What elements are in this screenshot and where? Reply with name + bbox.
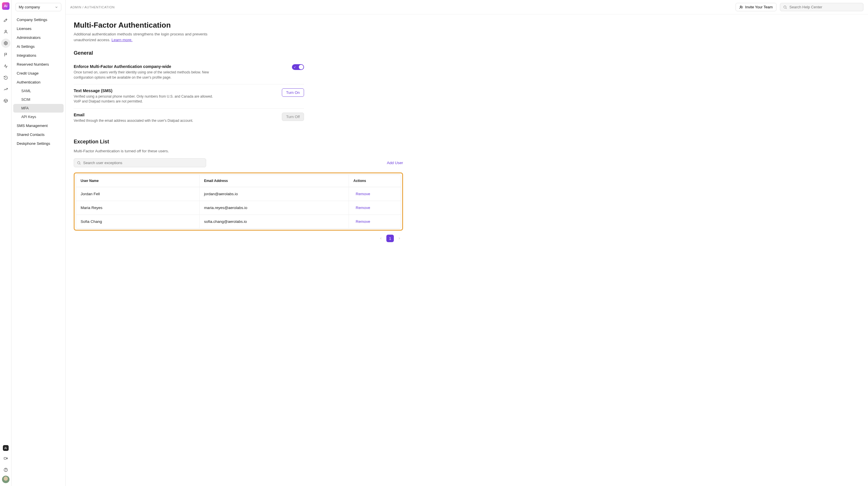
cell-email: sofia.chang@aerolabs.io — [199, 215, 349, 228]
video-icon[interactable] — [1, 454, 10, 463]
sms-desc: Verified using a personal phone number. … — [74, 94, 218, 104]
history-icon[interactable] — [1, 73, 10, 82]
sms-title: Text Message (SMS) — [74, 88, 218, 93]
box-icon[interactable] — [1, 96, 10, 105]
setting-sms: Text Message (SMS) Verified using a pers… — [74, 84, 304, 109]
trending-icon[interactable] — [1, 85, 10, 94]
sidebar-item-api-keys[interactable]: API Keys — [13, 113, 64, 121]
col-header-email: Email Address — [199, 175, 349, 187]
col-header-actions: Actions — [349, 175, 401, 187]
exception-table-highlight: User Name Email Address Actions Jordan F… — [74, 173, 403, 231]
gear-icon[interactable] — [1, 38, 10, 48]
sidebar-item-authentication[interactable]: Authentication — [13, 78, 64, 87]
search-help-input[interactable] — [789, 5, 860, 9]
enforce-desc: Once turned on, users verify their ident… — [74, 70, 218, 80]
setting-enforce-mfa: Enforce Multi-Factor Authentication comp… — [74, 60, 304, 84]
general-heading: General — [74, 50, 403, 56]
app-logo[interactable]: Ai — [2, 2, 9, 10]
sidebar-item-saml[interactable]: SAML — [13, 87, 64, 95]
sms-turn-on-button[interactable]: Turn On — [282, 88, 304, 97]
learn-more-link[interactable]: Learn more. — [112, 38, 132, 42]
company-selector-label: My company — [19, 5, 40, 9]
sidebar-item-deskphone-settings[interactable]: Deskphone Settings — [13, 139, 64, 148]
remove-button[interactable]: Remove — [353, 219, 370, 224]
sidebar-item-scim[interactable]: SCIM — [13, 95, 64, 104]
col-header-name: User Name — [76, 175, 199, 187]
invite-team-label: Invite Your Team — [745, 5, 773, 9]
sidebar-item-sms-management[interactable]: SMS Management — [13, 121, 64, 130]
sidebar-item-integrations[interactable]: Integrations — [13, 51, 64, 60]
ai-badge-icon[interactable]: Ai — [3, 445, 9, 451]
svg-point-5 — [740, 6, 742, 7]
company-selector[interactable]: My company — [16, 3, 61, 11]
avatar[interactable] — [2, 476, 9, 483]
page-title: Multi-Factor Authentication — [74, 21, 403, 30]
remove-button[interactable]: Remove — [353, 192, 370, 196]
email-turn-off-button[interactable]: Turn Off — [282, 113, 304, 121]
exception-heading: Exception List — [74, 139, 403, 145]
exception-desc: Multi-Factor Authentication is turned of… — [74, 149, 403, 153]
search-help[interactable] — [780, 3, 863, 11]
breadcrumb: ADMIN / AUTHENTICATION — [70, 5, 115, 9]
sidebar-item-reserved-numbers[interactable]: Reserved Numbers — [13, 60, 64, 69]
sidebar-item-licenses[interactable]: Licenses — [13, 24, 64, 33]
search-icon — [783, 5, 787, 9]
enforce-mfa-toggle[interactable]: ✓ — [292, 64, 304, 70]
cell-name: Sofia Chang — [76, 215, 199, 228]
user-plus-icon — [739, 5, 743, 9]
search-exceptions-input[interactable] — [83, 161, 203, 165]
sidebar: My company Company Settings Licenses Adm… — [11, 0, 66, 486]
pager: 1 — [74, 235, 403, 242]
search-exceptions[interactable] — [74, 158, 206, 167]
activity-icon[interactable] — [1, 62, 10, 71]
sidebar-item-company-settings[interactable]: Company Settings — [13, 15, 64, 24]
remove-button[interactable]: Remove — [353, 206, 370, 210]
enforce-title: Enforce Multi-Factor Authentication comp… — [74, 64, 218, 69]
sidebar-item-shared-contacts[interactable]: Shared Contacts — [13, 130, 64, 139]
email-desc: Verified through the email address assoc… — [74, 118, 193, 123]
add-user-button[interactable]: Add User — [387, 161, 403, 165]
sidebar-item-credit-usage[interactable]: Credit Usage — [13, 69, 64, 78]
svg-point-1 — [5, 42, 6, 44]
check-icon: ✓ — [293, 66, 296, 69]
svg-point-7 — [78, 161, 80, 164]
sidebar-item-mfa[interactable]: MFA — [13, 104, 64, 113]
table-row: Maria Reyes maria.reyes@aerolabs.io Remo… — [76, 201, 401, 215]
search-icon — [77, 161, 81, 165]
chevron-down-icon — [55, 5, 58, 9]
page-subtitle: Additional authentication methods streng… — [74, 31, 223, 42]
cell-name: Jordan Fell — [76, 187, 199, 201]
invite-team-button[interactable]: Invite Your Team — [736, 3, 776, 11]
pager-prev-button[interactable] — [377, 235, 384, 242]
user-icon[interactable] — [1, 27, 10, 36]
left-rail: Ai Ai — [0, 0, 11, 486]
cell-email: maria.reyes@aerolabs.io — [199, 201, 349, 215]
topbar: ADMIN / AUTHENTICATION Invite Your Team — [66, 0, 868, 14]
sidebar-item-administrators[interactable]: Administrators — [13, 33, 64, 42]
setting-email: Email Verified through the email address… — [74, 109, 304, 127]
rocket-icon[interactable] — [1, 16, 10, 25]
cell-name: Maria Reyes — [76, 201, 199, 215]
pager-page-1[interactable]: 1 — [386, 235, 394, 242]
svg-point-0 — [5, 30, 6, 32]
cell-email: jordan@aerolabs.io — [199, 187, 349, 201]
svg-point-6 — [784, 6, 786, 8]
help-icon[interactable] — [1, 465, 10, 475]
flag-icon[interactable] — [1, 50, 10, 59]
table-row: Sofia Chang sofia.chang@aerolabs.io Remo… — [76, 215, 401, 228]
table-row: Jordan Fell jordan@aerolabs.io Remove — [76, 187, 401, 201]
sidebar-item-ai-settings[interactable]: Ai Settings — [13, 42, 64, 51]
svg-point-4 — [5, 471, 6, 471]
email-title: Email — [74, 113, 193, 117]
exception-table: User Name Email Address Actions Jordan F… — [76, 175, 401, 229]
pager-next-button[interactable] — [396, 235, 403, 242]
